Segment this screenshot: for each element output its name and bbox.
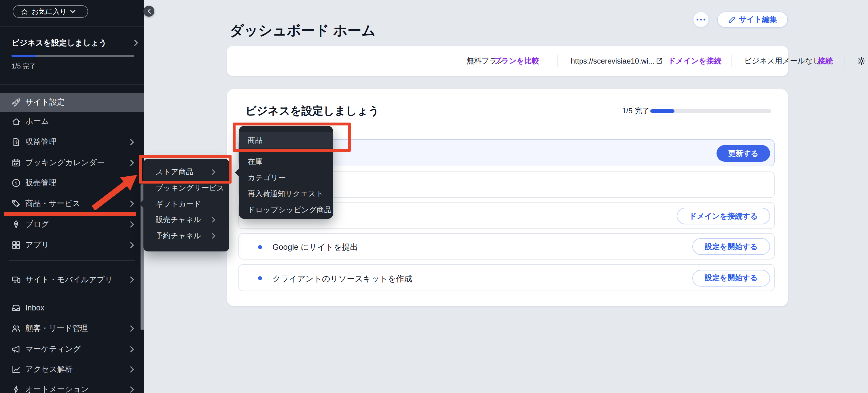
chevron-right-icon: [130, 221, 134, 228]
connect-domain-link[interactable]: ドメインを接続: [668, 56, 721, 66]
sidebar-item-site-settings[interactable]: サイト設定: [0, 93, 144, 112]
chevron-right-icon: [130, 386, 134, 393]
divider: [844, 55, 845, 67]
page-title: ダッシュボード ホーム: [230, 21, 376, 40]
submenu-item-booking-channels[interactable]: 予約チャネル: [144, 228, 229, 244]
svg-text:$: $: [15, 140, 18, 144]
apps-icon: [11, 240, 21, 250]
edit-site-button[interactable]: サイト編集: [717, 11, 788, 28]
megaphone-icon: [11, 345, 21, 354]
sidebar-item-label: ブッキングカレンダー: [25, 158, 105, 168]
submenu-item-gift-cards[interactable]: ギフトカード: [144, 196, 229, 212]
business-email-label: ビジネス用メールなし: [744, 56, 820, 66]
sidebar-item-automations[interactable]: オートメーション: [0, 380, 144, 393]
sidebar-setup-progress-label: 1/5 完了: [11, 62, 36, 71]
submenu-label: ドロップシッピング商品: [248, 205, 332, 215]
sidebar-divider: [0, 27, 144, 27]
sidebar-item-label: アクセス解析: [25, 364, 73, 374]
sidebar-item-contacts-leads[interactable]: 顧客・リード管理: [0, 319, 144, 338]
favorites-button[interactable]: お気に入り: [13, 5, 88, 18]
home-icon: [11, 117, 21, 126]
sidebar-item-inbox[interactable]: Inbox: [0, 298, 144, 318]
sidebar-divider: [0, 84, 144, 85]
chevron-right-icon: [134, 40, 138, 46]
sidebar-item-label: オートメーション: [25, 384, 89, 393]
star-icon: [21, 8, 28, 15]
compare-plans-link[interactable]: プランを比較: [494, 56, 539, 66]
sidebar-item-analytics[interactable]: アクセス解析: [0, 360, 144, 379]
flyout-caret: [235, 169, 239, 177]
tag-icon: [11, 199, 21, 208]
connect-email-link[interactable]: 接続: [818, 56, 833, 66]
submenu-item-back-in-stock[interactable]: 再入荷通知リクエスト: [239, 188, 333, 200]
bullet-icon: [258, 245, 262, 249]
chevron-right-icon: [130, 366, 134, 372]
chevron-right-icon: [130, 325, 134, 332]
sidebar-setup-title[interactable]: ビジネスを設定しましょう: [11, 38, 127, 48]
sidebar-item-revenue[interactable]: $ 収益管理: [0, 132, 144, 152]
divider: [557, 55, 558, 67]
sidebar-item-label: ホーム: [25, 116, 49, 127]
more-actions-button[interactable]: [693, 11, 709, 28]
sidebar-item-marketing[interactable]: マーケティング: [0, 339, 144, 359]
sidebar-item-products-services[interactable]: 商品・サービス: [0, 194, 144, 214]
submenu-label: 再入荷通知リクエスト: [248, 189, 323, 199]
inbox-icon: [11, 303, 21, 313]
sidebar-item-booking-calendar[interactable]: ブッキングカレンダー: [0, 153, 144, 173]
lightning-icon: [11, 385, 21, 393]
submenu-item-dropshipping[interactable]: ドロップシッピング商品: [239, 204, 333, 216]
pen-icon: [11, 220, 21, 229]
devices-icon: [11, 275, 21, 284]
annotation-box-products: [233, 123, 351, 152]
sidebar-item-label: 収益管理: [25, 137, 57, 147]
annotation-box-store-products: [139, 155, 231, 184]
chevron-right-icon: [130, 160, 134, 166]
chevron-right-icon: [130, 139, 134, 145]
sidebar-item-apps[interactable]: アプリ: [0, 235, 144, 255]
setup-card-progressbar: [650, 109, 771, 113]
sidebar-item-sales[interactable]: $ 販売管理: [0, 173, 144, 193]
sidebar-item-label: ブログ: [25, 219, 49, 230]
task-row-submit-google[interactable]: Google にサイトを提出 設定を開始する: [239, 233, 775, 260]
sidebar-item-label: 顧客・リード管理: [25, 323, 88, 334]
setup-card-progress-label: 1/5 完了: [622, 106, 649, 116]
sidebar-item-site-mobile-app[interactable]: サイト・モバイルアプリ: [0, 267, 144, 292]
chart-icon: [11, 365, 21, 374]
collapse-sidebar-button[interactable]: [144, 6, 154, 17]
setup-card-progress-fill: [650, 109, 675, 113]
invoice-icon: $: [11, 137, 21, 147]
sidebar-item-label: Inbox: [25, 303, 44, 312]
submenu-label: カテゴリー: [248, 173, 286, 183]
sidebar-item-label: マーケティング: [25, 344, 81, 355]
flyout-caret: [140, 200, 144, 208]
submenu-item-inventory[interactable]: 在庫: [239, 156, 333, 167]
sidebar-item-label: アプリ: [25, 240, 49, 250]
start-setup-button[interactable]: 設定を開始する: [692, 269, 770, 286]
sidebar-item-label: サイト・モバイルアプリ: [25, 275, 118, 285]
submenu-label: ギフトカード: [156, 199, 201, 209]
submenu-item-categories[interactable]: カテゴリー: [239, 172, 333, 184]
annotation-underline-products-services: [4, 212, 136, 216]
sidebar-item-home[interactable]: ホーム: [0, 111, 144, 131]
submenu-label: ブッキングサービス: [156, 183, 224, 193]
rocket-icon: [11, 98, 21, 107]
chevron-right-icon: [130, 346, 134, 353]
chevron-right-icon: [212, 217, 215, 223]
site-info-bar: 無料プラン プランを比較 https://scerevisiae10.wi...…: [227, 46, 788, 76]
start-setup-button[interactable]: 設定を開始する: [692, 238, 770, 255]
update-button[interactable]: 更新する: [716, 145, 770, 162]
sidebar-item-label: 販売管理: [25, 178, 57, 188]
submenu-label: 在庫: [248, 157, 262, 167]
chevron-right-icon: [212, 233, 215, 239]
sidebar-item-blog[interactable]: ブログ: [0, 215, 144, 234]
task-row-client-kit[interactable]: クライアントのリソースキットを作成 設定を開始する: [239, 264, 775, 291]
sidebar-divider: [9, 260, 135, 261]
dollar-circle-icon: $: [11, 178, 21, 188]
task-label: Google にサイトを提出: [273, 242, 358, 253]
submenu-item-sales-channels[interactable]: 販売チャネル: [144, 212, 229, 228]
connect-domain-button[interactable]: ドメインを接続する: [677, 208, 770, 224]
favorites-label: お気に入り: [32, 7, 67, 17]
external-link-icon[interactable]: [655, 57, 663, 65]
ellipsis-icon: [696, 19, 706, 21]
submenu-label: 予約チャネル: [156, 231, 201, 241]
